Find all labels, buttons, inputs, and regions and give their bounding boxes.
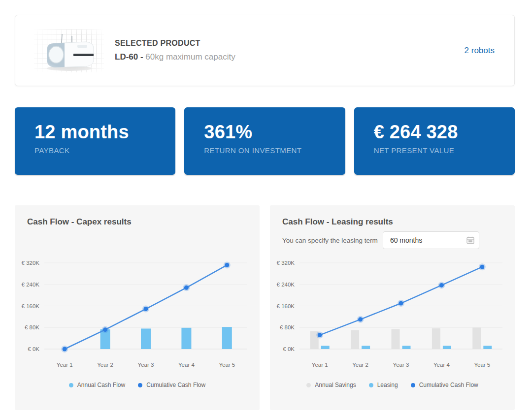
product-subtitle: LD-60 - 60kg maximum capacity bbox=[115, 52, 235, 62]
kpi-card-npv: € 264 328 NET PRESENT VALUE bbox=[354, 107, 515, 175]
leasing-term-input-wrap bbox=[383, 231, 479, 249]
x-axis-labels: Year 1Year 2Year 3Year 4Year 5 bbox=[57, 362, 235, 368]
bar bbox=[432, 328, 440, 349]
legend-item-annual-cash-flow[interactable]: Annual Cash Flow bbox=[69, 382, 125, 388]
y-axis-label: € 0K bbox=[283, 346, 295, 352]
y-axis-label: € 80K bbox=[25, 324, 39, 330]
bar bbox=[472, 327, 481, 349]
x-axis-label: Year 2 bbox=[352, 362, 368, 368]
kpi-card-payback: 12 months PAYBACK bbox=[15, 107, 175, 175]
leasing-chart-card: Cash Flow - Leasing results You can spec… bbox=[270, 205, 515, 410]
bar bbox=[483, 346, 492, 349]
bars-leasing bbox=[321, 346, 492, 349]
legend-label: Leasing bbox=[377, 382, 398, 388]
bar bbox=[351, 330, 359, 349]
leasing-term-control: You can specify the leasing term bbox=[282, 231, 479, 249]
capex-chart-title: Cash Flow - Capex results bbox=[27, 217, 260, 227]
data-point bbox=[63, 347, 67, 351]
y-axis-label: € 80K bbox=[280, 324, 295, 330]
capex-chart-legend: Annual Cash FlowCumulative Cash Flow bbox=[15, 382, 260, 388]
legend-item-annual-savings[interactable]: Annual Savings bbox=[306, 382, 356, 388]
capex-chart: € 0K€ 80K€ 160K€ 240K€ 320KYear 1Year 2Y… bbox=[15, 255, 260, 397]
y-axis-label: € 320K bbox=[277, 260, 295, 266]
x-axis-labels: Year 1Year 2Year 3Year 4Year 5 bbox=[312, 362, 490, 368]
product-info: SELECTED PRODUCT LD-60 - 60kg maximum ca… bbox=[115, 39, 235, 62]
roi-value: 361% bbox=[204, 122, 335, 143]
product-model: LD-60 - bbox=[115, 52, 143, 62]
x-axis-label: Year 4 bbox=[178, 362, 195, 368]
bars-annual-savings bbox=[310, 327, 481, 349]
capex-chart-card: Cash Flow - Capex results € 0K€ 80K€ 160… bbox=[15, 205, 260, 410]
line-cumulative-cash-flow bbox=[316, 263, 486, 338]
y-axis-label: € 240K bbox=[22, 282, 40, 287]
legend-label: Cumulative Cash Flow bbox=[419, 382, 478, 388]
payback-value: 12 months bbox=[34, 122, 166, 143]
legend-item-cumulative-cash-flow[interactable]: Cumulative Cash Flow bbox=[138, 382, 205, 388]
data-point bbox=[225, 263, 229, 267]
robot-illustration bbox=[34, 29, 104, 72]
bar bbox=[181, 328, 191, 349]
legend-dot bbox=[138, 383, 142, 387]
data-point bbox=[144, 307, 148, 311]
bar bbox=[321, 346, 330, 349]
leasing-term-label: You can specify the leasing term bbox=[282, 237, 378, 244]
legend-item-cumulative-cash-flow[interactable]: Cumulative Cash Flow bbox=[411, 382, 478, 388]
leasing-chart: € 0K€ 80K€ 160K€ 240K€ 320KYear 1Year 2Y… bbox=[270, 255, 515, 397]
y-axis-label: € 160K bbox=[22, 303, 40, 309]
x-axis-label: Year 5 bbox=[219, 362, 235, 368]
y-axis-label: € 0K bbox=[28, 346, 39, 352]
bar bbox=[362, 346, 370, 349]
legend-label: Annual Cash Flow bbox=[77, 382, 125, 388]
legend-dot bbox=[411, 383, 415, 387]
robots-count-link[interactable]: 2 robots bbox=[465, 46, 495, 56]
y-axis-label: € 320K bbox=[22, 260, 40, 266]
x-axis-label: Year 5 bbox=[474, 362, 490, 368]
data-point bbox=[184, 286, 189, 290]
leasing-chart-title: Cash Flow - Leasing results bbox=[282, 217, 515, 227]
data-point bbox=[439, 283, 444, 287]
data-point bbox=[399, 301, 403, 306]
legend-dot bbox=[369, 383, 373, 387]
y-axis-label: € 160K bbox=[277, 303, 295, 309]
data-point bbox=[480, 265, 484, 269]
legend-label: Annual Savings bbox=[315, 382, 356, 388]
x-axis-label: Year 3 bbox=[393, 362, 409, 368]
calendar-icon[interactable] bbox=[466, 236, 474, 244]
bar bbox=[141, 328, 151, 349]
x-axis-label: Year 4 bbox=[433, 362, 450, 368]
product-description: 60kg maximum capacity bbox=[143, 52, 235, 62]
x-axis-label: Year 2 bbox=[97, 362, 113, 368]
selected-product-heading: SELECTED PRODUCT bbox=[115, 39, 235, 48]
kpi-card-roi: 361% RETURN ON INVESTMENT bbox=[184, 107, 345, 175]
bar bbox=[443, 346, 451, 349]
data-point bbox=[103, 327, 107, 332]
x-axis-label: Year 1 bbox=[312, 362, 328, 368]
legend-label: Cumulative Cash Flow bbox=[146, 382, 205, 388]
bar bbox=[222, 327, 232, 349]
leasing-term-input[interactable] bbox=[383, 231, 479, 249]
kpi-row: 12 months PAYBACK 361% RETURN ON INVESTM… bbox=[15, 107, 515, 175]
leasing-chart-legend: Annual SavingsLeasingCumulative Cash Flo… bbox=[270, 382, 515, 388]
product-image bbox=[34, 29, 104, 72]
roi-label: RETURN ON INVESTMENT bbox=[204, 146, 335, 155]
x-axis-label: Year 1 bbox=[57, 362, 73, 368]
roi-dashboard: SELECTED PRODUCT LD-60 - 60kg maximum ca… bbox=[0, 0, 532, 415]
legend-dot bbox=[69, 383, 73, 387]
selected-product-card: SELECTED PRODUCT LD-60 - 60kg maximum ca… bbox=[15, 15, 515, 86]
charts-row: Cash Flow - Capex results € 0K€ 80K€ 160… bbox=[15, 205, 515, 410]
x-axis-label: Year 3 bbox=[138, 362, 154, 368]
bar bbox=[392, 329, 400, 349]
legend-item-leasing[interactable]: Leasing bbox=[369, 382, 398, 388]
data-point bbox=[358, 317, 363, 321]
gridlines: € 0K€ 80K€ 160K€ 240K€ 320K bbox=[22, 260, 247, 352]
npv-value: € 264 328 bbox=[374, 122, 505, 143]
y-axis-label: € 240K bbox=[277, 282, 295, 287]
data-point bbox=[318, 333, 322, 337]
bar bbox=[402, 346, 411, 349]
legend-dot bbox=[306, 383, 311, 387]
bars-annual-cash-flow bbox=[100, 327, 232, 349]
payback-label: PAYBACK bbox=[34, 146, 166, 155]
npv-label: NET PRESENT VALUE bbox=[374, 146, 505, 155]
